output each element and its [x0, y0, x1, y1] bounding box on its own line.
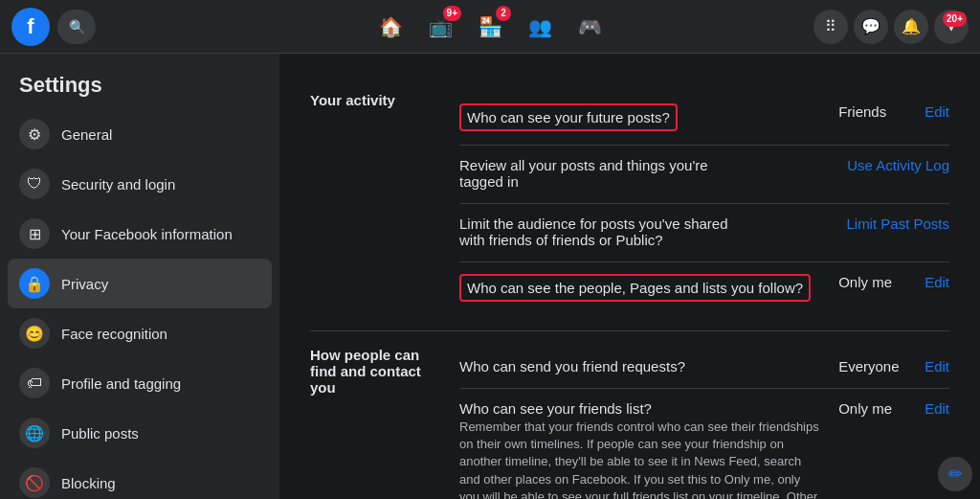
- home-nav-button[interactable]: 🏠: [368, 4, 413, 50]
- future-posts-info: Who can see your future posts?: [459, 103, 838, 133]
- face-icon: 😊: [19, 318, 50, 349]
- sidebar-item-blocking[interactable]: 🚫 Blocking: [8, 458, 272, 499]
- groups-icon: 👥: [528, 15, 552, 38]
- grid-icon: ⠿: [825, 17, 836, 35]
- home-icon: 🏠: [379, 15, 403, 38]
- sidebar-item-general[interactable]: ⚙ General: [8, 109, 272, 159]
- main-layout: Settings ⚙ General 🛡 Security and login …: [0, 54, 980, 499]
- future-posts-question: Who can see your future posts?: [459, 103, 823, 131]
- limit-past-posts-row: Limit the audience for posts you've shar…: [459, 204, 949, 262]
- topnav-left: f 🔍: [11, 8, 96, 46]
- friends-list-row: Who can see your friends list? Remember …: [459, 389, 949, 499]
- sidebar: Settings ⚙ General 🛡 Security and login …: [0, 54, 279, 499]
- account-badge: 20+: [943, 11, 967, 27]
- friends-list-info: Who can see your friends list? Remember …: [459, 400, 838, 499]
- sidebar-label-security: Security and login: [61, 176, 175, 193]
- watch-badge: 9+: [443, 6, 461, 21]
- friend-requests-question: Who can send you friend requests?: [459, 358, 823, 374]
- follow-list-highlight: Who can see the people, Pages and lists …: [459, 274, 811, 302]
- edit-icon-button[interactable]: ✏: [938, 457, 972, 491]
- future-posts-edit[interactable]: Edit: [924, 103, 949, 120]
- block-icon: 🚫: [19, 467, 50, 498]
- friend-requests-row: Who can send you friend requests? Everyo…: [459, 347, 949, 389]
- sidebar-item-profile-tagging[interactable]: 🏷 Profile and tagging: [8, 358, 272, 408]
- messenger-button[interactable]: 💬: [854, 10, 888, 44]
- gear-icon: ⚙: [19, 119, 50, 149]
- sidebar-item-privacy[interactable]: 🔒 Privacy: [8, 259, 272, 308]
- friend-requests-info: Who can send you friend requests?: [459, 358, 838, 376]
- grid-menu-button[interactable]: ⠿: [813, 10, 848, 44]
- find-contact-section: How people can find and contact you Who …: [310, 331, 949, 499]
- grid-square-icon: ⊞: [19, 218, 50, 249]
- friend-requests-value: Everyone: [838, 358, 924, 374]
- pencil-icon: ✏: [948, 464, 963, 485]
- friends-list-description: Remember that your friends control who c…: [459, 419, 823, 499]
- sidebar-label-privacy: Privacy: [61, 276, 108, 292]
- sidebar-label-your-fb-info: Your Facebook information: [61, 226, 233, 242]
- find-contact-rows: Who can send you friend requests? Everyo…: [459, 347, 949, 499]
- activity-log-action[interactable]: Use Activity Log: [847, 157, 949, 173]
- shield-icon: 🛡: [19, 169, 50, 199]
- friends-list-question: Who can see your friends list?: [459, 400, 823, 417]
- account-menu-button[interactable]: ▾ 20+: [934, 10, 969, 44]
- topnav-center: 🏠 📺 9+ 🏪 2 👥 🎮: [368, 4, 612, 50]
- sidebar-item-security[interactable]: 🛡 Security and login: [8, 159, 272, 209]
- marketplace-badge: 2: [496, 6, 511, 21]
- lock-icon: 🔒: [19, 268, 50, 299]
- follow-list-info: Who can see the people, Pages and lists …: [459, 274, 838, 304]
- activity-log-row: Review all your posts and things you're …: [459, 146, 949, 204]
- settings-content: Your activity Who can see your future po…: [279, 54, 980, 499]
- activity-log-question: Review all your posts and things you're …: [459, 157, 746, 190]
- friend-requests-edit[interactable]: Edit: [924, 358, 949, 374]
- friends-list-value: Only me: [838, 400, 924, 417]
- facebook-logo[interactable]: f: [11, 8, 50, 46]
- search-icon: 🔍: [69, 19, 85, 34]
- activity-log-info: Review all your posts and things you're …: [459, 157, 761, 192]
- sidebar-label-public-posts: Public posts: [61, 425, 139, 442]
- marketplace-nav-button[interactable]: 🏪 2: [467, 4, 513, 50]
- future-posts-value: Friends: [838, 103, 924, 120]
- follow-list-edit[interactable]: Edit: [924, 274, 949, 290]
- your-activity-label: Your activity: [310, 92, 444, 108]
- groups-nav-button[interactable]: 👥: [517, 4, 563, 50]
- your-activity-rows: Who can see your future posts? Friends E…: [459, 92, 949, 315]
- bell-icon: 🔔: [902, 17, 921, 35]
- sidebar-label-blocking: Blocking: [61, 475, 116, 491]
- messenger-icon: 💬: [861, 17, 880, 35]
- topnav-right: ⠿ 💬 🔔 ▾ 20+: [813, 10, 969, 44]
- limit-past-posts-action[interactable]: Limit Past Posts: [846, 215, 949, 232]
- sidebar-item-face-recognition[interactable]: 😊 Face recognition: [8, 308, 272, 358]
- tag-icon: 🏷: [19, 368, 50, 398]
- top-navigation: f 🔍 🏠 📺 9+ 🏪 2 👥 🎮 ⠿ 💬 🔔: [0, 0, 980, 54]
- follow-list-value: Only me: [838, 274, 924, 290]
- notifications-button[interactable]: 🔔: [894, 10, 928, 44]
- sidebar-label-face-recognition: Face recognition: [61, 326, 167, 342]
- sidebar-title: Settings: [8, 65, 272, 109]
- gaming-nav-button[interactable]: 🎮: [567, 4, 612, 50]
- follow-list-row: Who can see the people, Pages and lists …: [459, 262, 949, 315]
- future-posts-row: Who can see your future posts? Friends E…: [459, 92, 949, 146]
- gaming-icon: 🎮: [578, 15, 602, 38]
- follow-list-question: Who can see the people, Pages and lists …: [459, 274, 823, 302]
- find-contact-label: How people can find and contact you: [310, 347, 444, 396]
- your-activity-section: Your activity Who can see your future po…: [310, 77, 949, 331]
- limit-past-posts-question: Limit the audience for posts you've shar…: [459, 215, 745, 248]
- search-box[interactable]: 🔍: [57, 10, 96, 44]
- sidebar-label-general: General: [61, 126, 112, 143]
- friends-list-edit[interactable]: Edit: [924, 400, 949, 417]
- sidebar-item-your-fb-info[interactable]: ⊞ Your Facebook information: [8, 209, 272, 259]
- globe-icon: 🌐: [19, 418, 50, 448]
- sidebar-label-profile-tagging: Profile and tagging: [61, 375, 181, 392]
- limit-past-posts-info: Limit the audience for posts you've shar…: [459, 215, 760, 250]
- watch-nav-button[interactable]: 📺 9+: [417, 4, 463, 50]
- future-posts-highlight: Who can see your future posts?: [459, 103, 678, 131]
- sidebar-item-public-posts[interactable]: 🌐 Public posts: [8, 408, 272, 458]
